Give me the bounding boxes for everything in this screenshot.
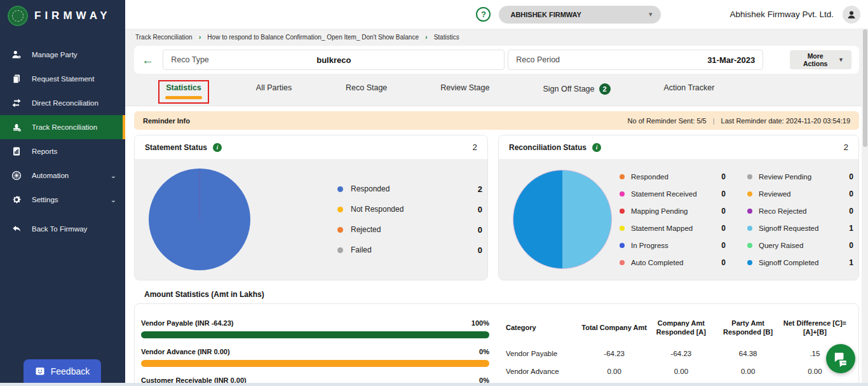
reco-period-field[interactable]: Reco Period 31-Mar-2023 — [508, 50, 763, 70]
legend-dot — [337, 247, 343, 253]
info-icon[interactable]: i — [592, 143, 601, 152]
chevron-down-icon: ⌄ — [111, 196, 116, 204]
user-avatar[interactable] — [843, 6, 860, 24]
bar-vendor-advance: Vendor Advance (INR 0.00) 0% — [141, 348, 489, 367]
tab-label: Reco Stage — [346, 83, 387, 92]
company-selector-value: ABHISHEK FIRMWAY — [510, 11, 581, 18]
tab-label: Action Tracker — [664, 83, 715, 92]
statement-status-total: 2 — [472, 142, 477, 152]
topbar: ? ABHISHEK FIRMWAY ▾ Abhishek Firmway Pv… — [125, 0, 868, 29]
legend-value: 0 — [849, 172, 853, 181]
breadcrumb: Track Reconciliation › How to respond to… — [125, 29, 868, 45]
table-cell: -64.23 — [581, 350, 648, 357]
sidebar-item-direct-reconciliation[interactable]: Direct Reconciliation — [0, 91, 125, 115]
divider: | — [713, 117, 715, 125]
legend-label: Failed — [351, 245, 372, 254]
reconciliation-status-pie-chart — [513, 170, 612, 269]
logo-text: FIRMWAY — [34, 10, 111, 22]
legend-item: Signoff Completed1 — [747, 258, 853, 267]
manage-party-icon — [11, 50, 22, 60]
column-header: Company Amt Responded [A] — [648, 319, 714, 337]
automation-icon — [11, 170, 22, 181]
legend-label: In Progress — [631, 242, 668, 249]
back-arrow-icon[interactable]: ← — [142, 54, 163, 66]
legend-dot — [337, 227, 343, 233]
company-selector-dropdown[interactable]: ABHISHEK FIRMWAY ▾ — [499, 6, 661, 24]
reco-filter-card: ← Reco Type bulkreco Reco Period 31-Mar-… — [134, 46, 859, 74]
sidebar-item-reports[interactable]: Reports — [0, 139, 125, 163]
reco-type-field[interactable]: Reco Type bulkreco — [163, 50, 505, 70]
account-name: Abhishek Firmway Pvt. Ltd. — [729, 10, 834, 19]
tab-label: Statistics — [166, 83, 201, 92]
legend-dot — [337, 186, 343, 192]
info-icon[interactable]: i — [213, 143, 222, 152]
legend-value: 1 — [849, 258, 853, 267]
legend-label: Reviewed — [759, 190, 791, 198]
sidebar-item-request-statement[interactable]: Request Statement — [0, 67, 125, 91]
legend-value: 0 — [478, 225, 482, 235]
legend-dot — [747, 260, 752, 265]
reco-period-label: Reco Period — [516, 55, 560, 64]
legend-dot — [620, 174, 625, 179]
more-actions-label: More Actions — [797, 52, 833, 67]
help-icon[interactable]: ? — [476, 7, 491, 22]
reconciliation-status-card: Reconciliation Status i 2 Responded0 Rev… — [498, 135, 859, 280]
legend-value: 0 — [721, 224, 726, 233]
bar-percent: 0% — [479, 348, 489, 355]
legend-item: Query Raised0 — [747, 241, 853, 250]
bar-fill — [141, 360, 489, 367]
sidebar-item-label: Reports — [32, 148, 57, 155]
legend-item: Reviewed0 — [747, 190, 853, 198]
bar-label: Vendor Payable (INR -64.23) — [141, 319, 234, 327]
amount-statistics-card: Vendor Payable (INR -64.23) 100% Vendor … — [134, 303, 859, 386]
sidebar-item-settings[interactable]: Settings ⌄ — [0, 188, 125, 212]
sign-off-count-badge: 2 — [599, 83, 611, 95]
table-cell: Vendor Payable — [506, 350, 581, 357]
sidebar-item-back-to-firmway[interactable]: Back To Firmway — [0, 217, 125, 241]
legend-item: Statement Received0 — [620, 190, 726, 198]
settings-icon — [11, 195, 22, 205]
legend-item: Reco Rejected0 — [747, 207, 853, 216]
sidebar-item-label: Manage Party — [32, 51, 78, 59]
firmway-seal-icon — [8, 6, 28, 26]
legend-label: Auto Completed — [631, 259, 683, 266]
reco-period-value: 31-Mar-2023 — [707, 55, 755, 65]
legend-label: Reco Rejected — [759, 207, 806, 215]
reconciliation-status-legend: Responded0 Review Pending0 Statement Rec… — [620, 172, 853, 267]
tab-review-stage[interactable]: Review Stage — [433, 80, 496, 104]
sidebar-item-manage-party[interactable]: Manage Party — [0, 43, 125, 67]
tab-sign-off-stage[interactable]: Sign Off Stage 2 — [536, 80, 617, 106]
tab-all-parties[interactable]: All Parties — [248, 80, 299, 104]
legend-value: 0 — [721, 172, 726, 181]
legend-item: Signoff Requested1 — [747, 224, 853, 233]
sidebar-item-track-reconciliation[interactable]: Track Reconciliation — [0, 115, 125, 139]
sidebar-item-automation[interactable]: Automation ⌄ — [0, 163, 125, 188]
track-reconciliation-icon — [11, 122, 22, 132]
chat-support-button[interactable] — [826, 344, 855, 373]
horizontal-scrollbar[interactable] — [0, 383, 868, 386]
feedback-smiley-icon — [35, 366, 45, 376]
bar-vendor-payable: Vendor Payable (INR -64.23) 100% — [141, 319, 489, 338]
legend-value: 0 — [478, 245, 482, 255]
legend-value: 0 — [478, 205, 482, 214]
bar-fill — [141, 331, 489, 338]
breadcrumb-reco-name[interactable]: How to respond to Balance Confirmation_ … — [207, 34, 419, 41]
tab-action-tracker[interactable]: Action Tracker — [657, 80, 722, 104]
vertical-scrollbar-thumb[interactable] — [863, 29, 867, 147]
reco-type-label: Reco Type — [171, 55, 209, 64]
legend-dot — [747, 243, 752, 248]
more-actions-button[interactable]: More Actions ▼ — [790, 50, 851, 69]
chevron-down-icon: ▾ — [649, 10, 653, 18]
breadcrumb-track-reconciliation[interactable]: Track Reconciliation — [135, 34, 193, 41]
feedback-button[interactable]: Feedback — [24, 359, 101, 383]
reco-type-value: bulkreco — [316, 55, 351, 65]
firmway-logo[interactable]: FIRMWAY — [0, 0, 125, 35]
legend-value: 0 — [849, 241, 853, 250]
legend-item: Rejected0 — [337, 225, 482, 235]
tab-reco-stage[interactable]: Reco Stage — [339, 80, 394, 104]
legend-label: Responded — [631, 173, 668, 181]
status-cards-row: Statement Status i 2 Responded2 Not Resp… — [134, 135, 859, 280]
active-tab-underline — [165, 96, 202, 99]
breadcrumb-statistics[interactable]: Statistics — [434, 34, 459, 41]
tab-statistics[interactable]: Statistics — [158, 80, 209, 104]
